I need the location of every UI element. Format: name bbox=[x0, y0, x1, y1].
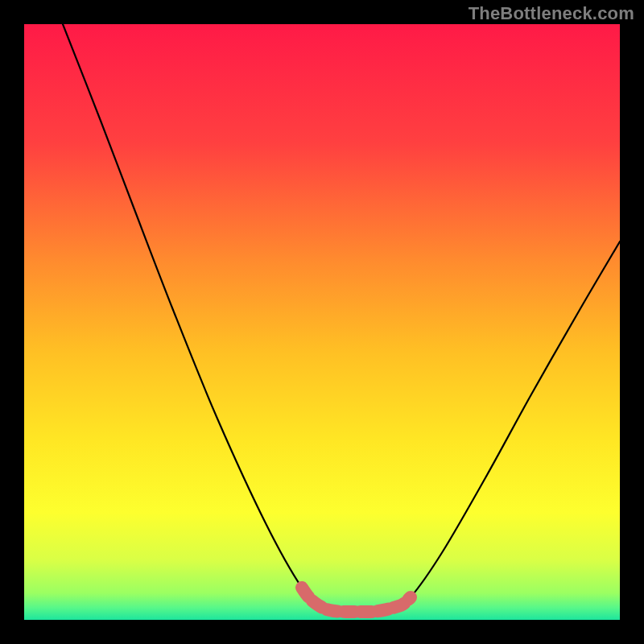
plot-area bbox=[24, 24, 620, 620]
curve-layer bbox=[24, 24, 620, 620]
outer-frame: TheBottleneck.com bbox=[0, 0, 644, 644]
bottleneck-curve bbox=[63, 24, 620, 613]
watermark-label: TheBottleneck.com bbox=[469, 3, 634, 24]
highlight-band bbox=[302, 588, 411, 612]
